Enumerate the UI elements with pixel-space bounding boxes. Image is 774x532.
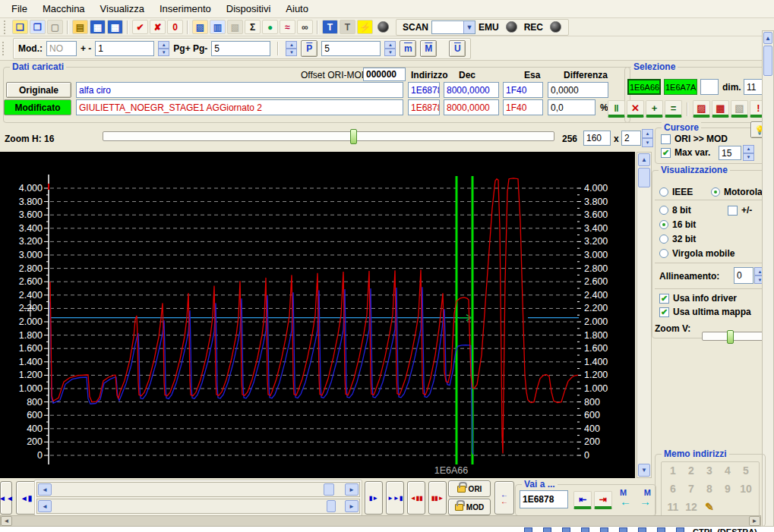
status-icon[interactable] <box>562 527 570 532</box>
memo-slot-3[interactable]: 3 <box>700 464 719 477</box>
max-var-row[interactable]: ✔ Max var. <box>661 147 710 158</box>
lock-window-icon[interactable]: T <box>340 20 355 34</box>
map-disabled-icon[interactable]: ▧ <box>227 20 243 34</box>
multiplier-field[interactable]: 2 <box>621 131 641 146</box>
menu-item-visualizza[interactable]: Visualizza <box>93 1 151 17</box>
menu-item-file[interactable]: File <box>5 1 34 17</box>
plusminus-checkbox[interactable] <box>728 206 738 216</box>
mod-field[interactable]: NO <box>46 41 77 56</box>
chart-scroll-down-icon[interactable]: ▼ <box>638 464 650 477</box>
copy-sel-to-ori-icon[interactable]: ▨ <box>693 100 710 118</box>
step-forward-button[interactable]: ▮► <box>365 481 383 515</box>
sigma-icon[interactable]: Σ <box>245 20 261 34</box>
bit16-radio[interactable] <box>659 220 668 229</box>
virgola-radio[interactable] <box>659 249 668 258</box>
cascade-windows-icon[interactable]: ❐ <box>30 20 46 34</box>
deselect-icon[interactable]: ✕ <box>627 100 644 118</box>
modificato-dec[interactable]: 8000,0000 <box>444 99 499 115</box>
nav-ori-thumb[interactable] <box>324 483 334 496</box>
chart-vscrollbar[interactable]: ▲ ▼ <box>637 152 652 478</box>
originale-indirizzo[interactable]: 1E6878 <box>408 82 440 98</box>
scan-combobox[interactable]: ▼ <box>431 20 475 34</box>
bit32-radio[interactable] <box>659 235 668 244</box>
p-button[interactable]: P <box>301 40 317 57</box>
binoculars-icon[interactable]: ∞ <box>297 20 313 34</box>
hscroll-right-icon[interactable]: ► <box>749 516 760 526</box>
select-equal-icon[interactable]: = <box>665 100 682 118</box>
chart-scroll-thumb[interactable] <box>638 168 650 187</box>
menu-item-aiuto[interactable]: Aiuto <box>279 1 315 17</box>
max-var-field[interactable]: 15 <box>719 146 741 160</box>
status-icon[interactable] <box>581 527 589 532</box>
memo-slot-10[interactable]: 10 <box>737 483 755 495</box>
ori-mod-checkbox[interactable] <box>661 134 671 144</box>
zoom-h-slider[interactable] <box>103 131 554 141</box>
copy-sel-to-mod-icon[interactable]: ▩ <box>712 100 729 118</box>
memo-slot-4[interactable]: 4 <box>719 464 737 477</box>
nav-first-button[interactable]: ◄◄ <box>0 481 12 515</box>
ieee-radio[interactable] <box>659 187 668 197</box>
memo-slot-12[interactable]: 12 <box>682 501 700 513</box>
bit8-radio-row[interactable]: 8 bit <box>659 205 691 216</box>
originale-dec[interactable]: 8000,0000 <box>444 82 499 98</box>
goto-prev-diff-icon[interactable]: ⇤ <box>573 491 592 509</box>
memo-prev-button[interactable]: M ← <box>620 489 631 505</box>
zoom-h-slider-thumb[interactable] <box>350 129 357 144</box>
step-spinner[interactable]: ▲▼ <box>158 41 169 56</box>
ori-mod-checkbox-row[interactable]: ORI >> MOD <box>661 134 728 144</box>
max-var-spinner[interactable]: ▲▼ <box>743 145 754 161</box>
nav-scrollbar-ori[interactable]: ◄ ► <box>36 482 360 497</box>
memo-slot-9[interactable]: 9 <box>719 483 737 495</box>
multiplier-spinner[interactable]: ▲▼ <box>642 129 653 147</box>
status-icon[interactable] <box>619 527 627 532</box>
status-icon[interactable] <box>600 527 608 532</box>
waveform-chart[interactable]: 002002004004006006008008001.0001.0001.20… <box>0 152 635 478</box>
memo-slot-5[interactable]: 5 <box>737 464 755 477</box>
plusminus-checkbox-row[interactable]: +/- <box>728 205 752 216</box>
modificato-name-field[interactable]: GIULIETTA_NOEGR_STAGE1 AGGiornato 2 <box>76 99 403 115</box>
edit-toolbar-grip[interactable] <box>2 42 8 55</box>
max-button[interactable]: M <box>420 40 437 57</box>
modificato-button[interactable]: Modificato <box>4 99 71 115</box>
memo-slot-8[interactable]: 8 <box>700 483 719 495</box>
menu-item-macchina[interactable]: Macchina <box>36 1 92 17</box>
allineamento-field[interactable]: 0 <box>734 267 753 284</box>
status-icon[interactable] <box>638 527 646 532</box>
originale-name-field[interactable]: alfa ciro <box>76 82 403 98</box>
text-window-icon[interactable]: T <box>322 20 338 34</box>
zoom-v-slider[interactable] <box>702 332 764 341</box>
select-plus-icon[interactable]: + <box>646 100 663 118</box>
min-button[interactable]: m <box>400 40 416 57</box>
save-as-icon[interactable]: ▦ <box>107 20 123 34</box>
status-icon[interactable] <box>543 527 551 532</box>
p-spinner[interactable]: ▲▼ <box>384 41 396 56</box>
ieee-radio-row[interactable]: IEEE <box>659 187 693 197</box>
ori-lock-button[interactable]: ORI <box>448 480 491 497</box>
zero-icon[interactable]: 0 <box>167 20 183 34</box>
window-scroll-thumb[interactable] <box>763 46 772 76</box>
run-icon[interactable]: ⚡ <box>357 20 373 34</box>
max-var-checkbox[interactable]: ✔ <box>661 148 671 158</box>
originale-esa[interactable]: 1F40 <box>503 82 543 98</box>
usa-info-checkbox[interactable]: ✔ <box>659 294 669 304</box>
undo-button[interactable]: U <box>449 40 466 57</box>
apply-check-icon[interactable]: ✔ <box>132 20 148 34</box>
usa-info-row[interactable]: ✔ Usa info driver <box>659 293 737 304</box>
window-hscrollbar[interactable]: ◄ ► <box>0 515 761 527</box>
mod-lock-button[interactable]: MOD <box>448 499 491 515</box>
align-traces-button[interactable]: ←← <box>494 481 514 515</box>
chevron-down-icon[interactable]: ▼ <box>463 21 475 33</box>
nav-ori-left-icon[interactable]: ◄ <box>38 483 52 496</box>
usa-mappa-row[interactable]: ✔ Usa ultima mappa <box>659 307 751 317</box>
status-icon[interactable] <box>524 527 532 532</box>
selection-extra-field[interactable] <box>700 79 719 95</box>
window-scroll-up-icon[interactable]: ▲ <box>763 32 772 44</box>
chart-scroll-up-icon[interactable]: ▲ <box>638 153 650 166</box>
pg-field[interactable]: 5 <box>211 41 270 56</box>
virgola-radio-row[interactable]: Virgola mobile <box>659 248 735 259</box>
memo-slot-1[interactable]: 1 <box>664 464 682 477</box>
modificato-differenza[interactable]: 0,0 <box>548 99 596 115</box>
select-bars-icon[interactable]: ‖ <box>608 100 625 118</box>
open-folder-icon[interactable]: ▤ <box>72 20 88 34</box>
menu-item-inserimento[interactable]: Inserimento <box>153 1 218 17</box>
